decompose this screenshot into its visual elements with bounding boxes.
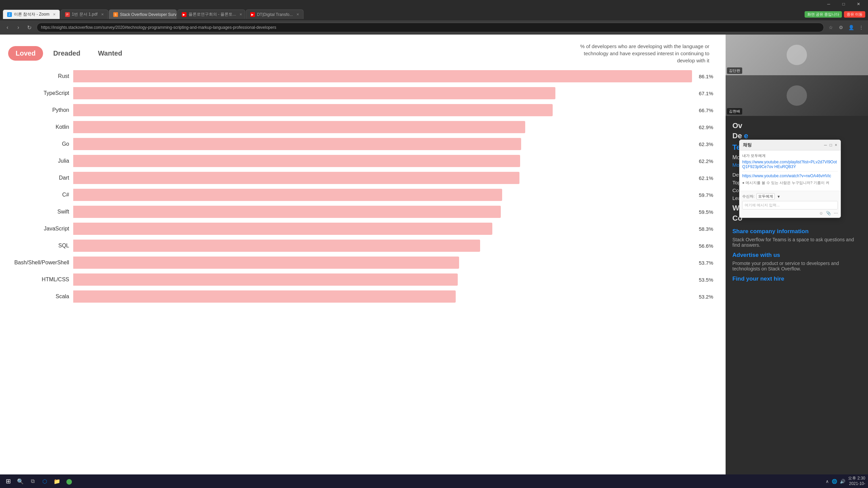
bar-label-dart: Dart bbox=[8, 175, 69, 181]
taskbar-edge-icon[interactable]: ⬡ bbox=[39, 476, 50, 487]
page-tab-buttons: Loved Dreaded Wanted % of developers who… bbox=[8, 40, 717, 67]
chat-popup-body: 내가 모두에게 https://www.youtube.com/playlist… bbox=[739, 150, 841, 191]
taskbar-arrow-icon[interactable]: ∧ bbox=[826, 479, 829, 484]
bar-label-scala: Scala bbox=[8, 293, 69, 300]
address-bar[interactable]: https://insights.stackoverflow.com/surve… bbox=[37, 23, 824, 32]
bar-fill-11 bbox=[73, 257, 459, 269]
tab-dt[interactable]: ▶ DT|Digital Transfo... ✕ bbox=[246, 9, 303, 19]
bar-value-7: 59.7% bbox=[699, 192, 717, 198]
tab-pdf[interactable]: P 1번 문서 1.pdf ✕ bbox=[61, 9, 108, 19]
tab-zoom[interactable]: Z 이론 참석자 - Zoom ✕ bbox=[3, 9, 60, 19]
sidebar-share-title: Share company information bbox=[732, 228, 861, 235]
chat-minimize-button[interactable]: ─ bbox=[824, 143, 827, 147]
zoom-favicon: Z bbox=[7, 12, 12, 17]
chat-dropdown-arrow[interactable]: ▼ bbox=[777, 195, 781, 199]
sidebar-hire-title: Find your next hire bbox=[732, 276, 861, 282]
close-button[interactable]: ✕ bbox=[852, 0, 865, 8]
taskbar-chrome-icon[interactable]: ⬤ bbox=[64, 476, 75, 487]
bar-value-5: 62.2% bbox=[699, 158, 717, 164]
chat-notice: ● 메시지를 볼 수 있는 사람은 누구입니까? 기름이 켜 bbox=[742, 180, 838, 185]
taskbar-clock[interactable]: 오후 2:30 2021-10- bbox=[848, 476, 865, 486]
bar-container-2 bbox=[73, 104, 692, 116]
profile-icon[interactable]: 👤 bbox=[847, 23, 855, 32]
bar-label-rust: Rust bbox=[8, 73, 69, 79]
taskbar-network-icon[interactable]: 🌐 bbox=[832, 479, 837, 484]
chat-more-icon[interactable]: ⋯ bbox=[834, 211, 838, 216]
chat-popup-footer: 수신자: 모두에게 ▼ 여기에 메시지 입력... ☺ 📎 ⋯ bbox=[739, 191, 841, 218]
tab-wanted[interactable]: Wanted bbox=[91, 46, 130, 61]
bar-value-11: 53.7% bbox=[699, 260, 717, 266]
minimize-button[interactable]: ─ bbox=[822, 0, 835, 8]
start-button[interactable]: ⊞ bbox=[3, 476, 14, 487]
bar-label-typescript: TypeScript bbox=[8, 90, 69, 96]
sidebar-ov-title: Ov bbox=[732, 121, 861, 130]
bar-fill-12 bbox=[73, 273, 458, 286]
bar-fill-4 bbox=[73, 138, 521, 150]
maximize-button[interactable]: □ bbox=[837, 0, 850, 8]
chat-link-2[interactable]: https://www.youtube.com/watch?v=rwOA46vH… bbox=[742, 174, 838, 178]
pdf-favicon: P bbox=[65, 12, 70, 17]
bar-container-7 bbox=[73, 189, 692, 201]
tab-youtube1-close[interactable]: ✕ bbox=[239, 13, 242, 16]
live-badge-green: 화면 공유 중입니다 bbox=[805, 11, 842, 18]
chat-recipient-dropdown[interactable]: 모두에게 bbox=[756, 193, 775, 200]
bar-label-sql: SQL bbox=[8, 243, 69, 249]
stackoverflow-favicon: S bbox=[113, 12, 118, 17]
chat-link-1[interactable]: https://www.youtube.com/playlist?list=PL… bbox=[742, 160, 838, 169]
chat-emoji-icon[interactable]: ☺ bbox=[819, 211, 823, 216]
chat-popup-controls: ─ □ × bbox=[824, 143, 837, 147]
taskbar-explorer-icon[interactable]: 📁 bbox=[52, 476, 62, 487]
page-header: Loved Dreaded Wanted % of developers who… bbox=[0, 35, 726, 67]
bar-label-html-css: HTML/CSS bbox=[8, 277, 69, 283]
extensions-icon[interactable]: ⚙ bbox=[837, 23, 845, 32]
chat-maximize-button[interactable]: □ bbox=[830, 143, 832, 147]
video-name-top: 김단완 bbox=[727, 67, 742, 74]
chat-sender-label: 내가 모두에게 bbox=[742, 153, 838, 158]
bar-value-12: 53.5% bbox=[699, 277, 717, 283]
live-badges-container: 화면 공유 중입니다 중유 이동 bbox=[805, 11, 865, 18]
taskbar-sound-icon[interactable]: 🔊 bbox=[840, 479, 845, 484]
bar-container-4 bbox=[73, 138, 692, 150]
chat-close-button[interactable]: × bbox=[835, 143, 837, 147]
taskbar-system-icons: ∧ 🌐 🔊 오후 2:30 2021-10- bbox=[826, 476, 865, 486]
tab-dt-close[interactable]: ✕ bbox=[296, 13, 299, 16]
table-row: Kotlin62.9% bbox=[8, 121, 717, 133]
bookmark-icon[interactable]: ☆ bbox=[827, 23, 835, 32]
chart-area: Rust86.1%TypeScript67.1%Python66.7%Kotli… bbox=[0, 67, 726, 311]
table-row: Scala53.2% bbox=[8, 290, 717, 303]
right-sidebar: 김단완 김현배 Ov De e Technology Most Popular … bbox=[726, 35, 868, 488]
tab-pdf-close[interactable]: ✕ bbox=[101, 13, 104, 16]
table-row: Rust86.1% bbox=[8, 70, 717, 82]
table-row: Go62.3% bbox=[8, 138, 717, 150]
forward-button[interactable]: › bbox=[14, 23, 23, 32]
browser-actions: ☆ ⚙ 👤 ⋮ bbox=[827, 23, 865, 32]
bar-fill-10 bbox=[73, 240, 480, 252]
person-silhouette-top bbox=[787, 45, 807, 65]
back-button[interactable]: ‹ bbox=[3, 23, 12, 32]
chat-recipient-row: 수신자: 모두에게 ▼ bbox=[742, 193, 838, 200]
tab-loved[interactable]: Loved bbox=[8, 46, 43, 61]
bar-label-javascript: JavaScript bbox=[8, 226, 69, 232]
bar-fill-3 bbox=[73, 121, 525, 133]
table-row: JavaScript58.3% bbox=[8, 223, 717, 235]
video-person-top: 김단완 bbox=[726, 35, 868, 75]
video-name-bottom: 김현배 bbox=[727, 108, 742, 115]
tab-zoom-close[interactable]: ✕ bbox=[53, 13, 56, 16]
tab-youtube1[interactable]: ▶ 플론로연구회의 - 플론토... ✕ bbox=[177, 9, 245, 19]
bar-fill-5 bbox=[73, 155, 520, 167]
reload-button[interactable]: ↻ bbox=[24, 23, 34, 32]
bar-label-bash-shell-powershell: Bash/Shell/PowerShell bbox=[8, 260, 69, 266]
description-line1: % of developers who are developing with … bbox=[580, 43, 709, 49]
chat-input-field[interactable]: 여기에 메시지 입력... bbox=[742, 201, 838, 209]
table-row: Dart62.1% bbox=[8, 172, 717, 184]
chat-attachment-icon[interactable]: 📎 bbox=[826, 211, 831, 216]
tab-dreaded[interactable]: Dreaded bbox=[46, 46, 88, 61]
chat-popup-title: 채팅 bbox=[743, 142, 752, 148]
taskbar-task-view-icon[interactable]: ⧉ bbox=[27, 476, 38, 487]
tab-stackoverflow[interactable]: S Stack Overflow Developer Surv... ✕ bbox=[109, 9, 177, 19]
menu-icon[interactable]: ⋮ bbox=[857, 23, 865, 32]
chat-recipient-label: 수신자: bbox=[742, 194, 754, 199]
bar-container-3 bbox=[73, 121, 692, 133]
chat-action-icons: ☺ 📎 ⋯ bbox=[742, 211, 838, 216]
taskbar-search-icon[interactable]: 🔍 bbox=[15, 476, 26, 487]
